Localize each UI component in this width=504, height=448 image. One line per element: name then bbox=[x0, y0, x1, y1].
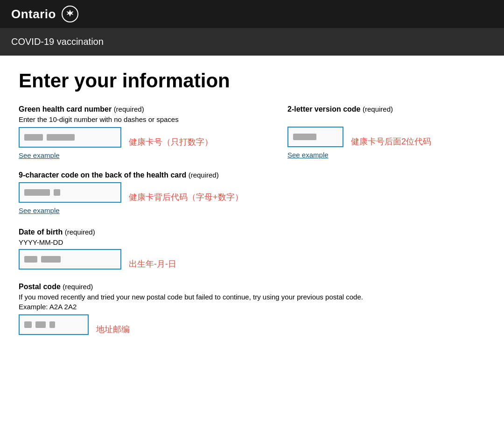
back-code-label: 9-character code on the back of the heal… bbox=[19, 171, 485, 179]
postal-code-annotation: 地址邮编 bbox=[96, 324, 130, 335]
back-code-section: 9-character code on the back of the heal… bbox=[19, 171, 485, 215]
blur-block-8 bbox=[24, 321, 32, 328]
version-code-section: 2-letter version code (required) 健康卡号后面2… bbox=[287, 105, 431, 159]
postal-code-hint: If you moved recently and tried your new… bbox=[19, 293, 485, 301]
green-card-annotation: 健康卡号（只打数字） bbox=[129, 136, 213, 148]
blur-block-2 bbox=[47, 134, 75, 141]
blur-block-3 bbox=[293, 134, 316, 140]
ontario-logo-text: Ontario bbox=[11, 7, 56, 21]
postal-code-input-wrapper[interactable] bbox=[19, 314, 89, 335]
blur-block-6 bbox=[24, 256, 37, 263]
version-code-annotation: 健康卡号后面2位代码 bbox=[351, 136, 431, 147]
dob-annotation: 出生年-月-日 bbox=[129, 258, 176, 270]
dob-required: (required) bbox=[65, 228, 95, 236]
green-card-see-example[interactable]: See example bbox=[19, 151, 60, 159]
version-code-required: (required) bbox=[363, 105, 393, 113]
page-title: Enter your information bbox=[19, 70, 485, 92]
dob-format-hint: YYYY-MM-DD bbox=[19, 238, 485, 246]
main-content: Enter your information Green health card… bbox=[0, 56, 504, 362]
back-code-input-wrapper[interactable] bbox=[19, 182, 121, 203]
blur-block-5 bbox=[54, 189, 60, 196]
version-code-input-wrapper[interactable] bbox=[287, 127, 343, 147]
postal-code-section: Postal code (required) If you moved rece… bbox=[19, 283, 485, 335]
dob-section: Date of birth (required) YYYY-MM-DD 出生年-… bbox=[19, 228, 485, 270]
blur-block-1 bbox=[24, 134, 43, 141]
blur-block-7 bbox=[41, 256, 61, 263]
green-card-section: Green health card number (required) Ente… bbox=[19, 105, 213, 160]
form-row-1: Green health card number (required) Ente… bbox=[19, 105, 485, 160]
blur-block-10 bbox=[49, 321, 55, 328]
postal-code-example-label: Example: A2A 2A2 bbox=[19, 303, 485, 311]
postal-code-label: Postal code (required) bbox=[19, 283, 485, 291]
green-card-hint: Enter the 10-digit number with no dashes… bbox=[19, 115, 213, 123]
version-code-label: 2-letter version code (required) bbox=[287, 105, 431, 114]
dob-label: Date of birth (required) bbox=[19, 228, 485, 236]
blur-block-9 bbox=[35, 321, 46, 328]
green-card-required: (required) bbox=[114, 105, 144, 113]
sub-header: COVID-19 vaccination bbox=[0, 28, 504, 56]
green-card-label: Green health card number (required) bbox=[19, 105, 213, 114]
version-code-see-example[interactable]: See example bbox=[287, 151, 329, 159]
green-card-input-wrapper[interactable] bbox=[19, 127, 121, 148]
top-header: Ontario bbox=[0, 0, 504, 28]
dob-input-wrapper[interactable] bbox=[19, 249, 121, 270]
ontario-trillium-icon bbox=[62, 6, 78, 22]
back-code-see-example[interactable]: See example bbox=[19, 206, 60, 214]
sub-header-title: COVID-19 vaccination bbox=[11, 36, 104, 47]
postal-code-required: (required) bbox=[63, 283, 93, 291]
blur-block-4 bbox=[24, 189, 50, 196]
back-code-required: (required) bbox=[189, 171, 219, 179]
back-code-annotation: 健康卡背后代码（字母+数字） bbox=[129, 192, 243, 203]
